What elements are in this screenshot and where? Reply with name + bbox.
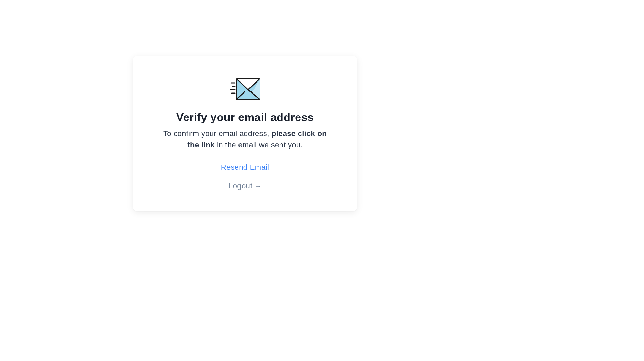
description-text-2: in the email we sent you. bbox=[215, 141, 303, 149]
arrow-right-icon: → bbox=[254, 182, 261, 190]
resend-email-link[interactable]: Resend Email bbox=[154, 163, 336, 172]
verify-email-card: Verify your email address To confirm you… bbox=[133, 56, 357, 211]
verify-email-description: To confirm your email address, please cl… bbox=[154, 128, 336, 151]
description-text-1: To confirm your email address, bbox=[163, 129, 271, 138]
logout-link[interactable]: Logout → bbox=[229, 182, 261, 190]
envelope-sending-icon bbox=[230, 78, 260, 100]
logout-label: Logout bbox=[229, 182, 252, 190]
verify-email-title: Verify your email address bbox=[154, 111, 336, 124]
